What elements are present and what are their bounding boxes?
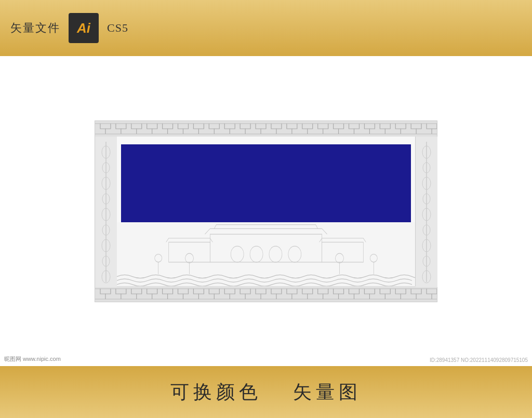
footer-text-left: 可换颜色: [170, 380, 262, 405]
decorative-frame: [95, 120, 437, 302]
ai-logo-icon: Ai: [69, 13, 99, 43]
watermark: ID:28941357 NO:20221114092809715105: [430, 357, 528, 363]
top-border-pattern: [95, 121, 437, 137]
left-border: [95, 137, 117, 286]
bottom-border: [95, 286, 437, 302]
right-deco-pattern: [416, 137, 437, 287]
left-deco-pattern: [95, 137, 117, 287]
svg-rect-24: [117, 222, 415, 286]
bottom-border-pattern: [95, 286, 437, 302]
footer-text-right: 矢量图: [293, 380, 362, 405]
main-content: [0, 56, 532, 366]
cityscape-svg: [117, 222, 415, 286]
top-border: [95, 121, 437, 137]
version-label: CS5: [107, 21, 128, 35]
nipic-logo: 昵图网 www.nipic.com: [4, 355, 61, 363]
footer-bar: 可换颜色 矢量图: [0, 366, 532, 418]
frame-inner: [117, 137, 415, 286]
header-bar: 矢量文件 Ai CS5: [0, 0, 532, 56]
ai-logo-text: Ai: [77, 20, 90, 36]
header-label: 矢量文件: [10, 20, 60, 36]
cityscape-area: [117, 222, 415, 286]
right-border: [415, 137, 437, 286]
blue-rectangle: [121, 144, 411, 222]
